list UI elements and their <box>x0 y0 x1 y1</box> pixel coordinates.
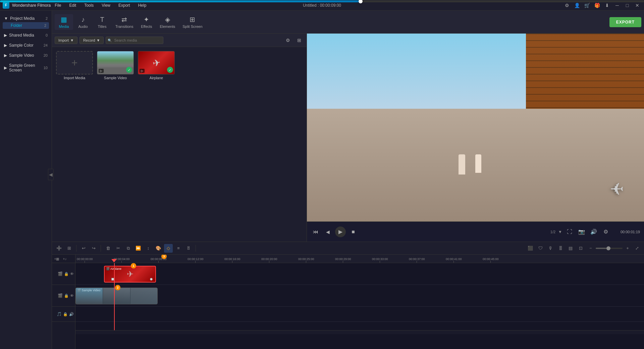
filter-button[interactable]: ⚙ <box>283 36 292 45</box>
tl-transform[interactable]: ↕ <box>144 244 153 253</box>
badge-1: 1 <box>131 263 136 268</box>
track2-eye[interactable]: 👁 <box>70 294 74 298</box>
export-button[interactable]: EXPORT <box>609 17 641 27</box>
airplane-clip-label: 🎬 Airplane <box>106 267 121 270</box>
track2-lock[interactable]: 🔒 <box>64 294 69 298</box>
menu-edit[interactable]: Edit <box>68 2 78 8</box>
preview-video: ✈ <box>307 34 644 221</box>
content-area: Import ▼ Record ▼ ⚙ ⊞ <box>52 34 644 242</box>
shared-media-header[interactable]: ▶ Shared Media 0 <box>3 32 49 39</box>
import-media-item[interactable]: + Import Media <box>56 51 93 80</box>
play-back-button[interactable]: ◀ <box>323 227 332 237</box>
tl-zoom-in[interactable]: + <box>623 244 632 253</box>
stop-button[interactable]: ■ <box>348 227 358 237</box>
snapshot-button[interactable]: 📷 <box>577 227 586 237</box>
search-input[interactable] <box>106 37 163 44</box>
tl-mic[interactable]: 🎙 <box>546 244 555 253</box>
grid-view-button[interactable]: ⊞ <box>294 36 304 45</box>
green-screen-header[interactable]: ▶ Sample Green Screen 10 <box>3 62 49 74</box>
settings-preview-button[interactable]: ⚙ <box>601 227 610 237</box>
video-badge: ▷ <box>99 69 104 73</box>
tab-elements[interactable]: ◈ Elements <box>156 14 178 30</box>
tab-split-screen[interactable]: ⊞ Split Screen <box>179 14 206 30</box>
tl-layout[interactable]: ▤ <box>566 244 575 253</box>
sidebar-section-project-media: ▼ Project Media 2 Folder 2 <box>0 13 52 30</box>
tl-render[interactable]: ⬛ <box>526 244 535 253</box>
airplane-item[interactable]: ✈ ✓ ▷ Airplane <box>138 51 175 80</box>
import-label: Import Media <box>64 76 85 80</box>
sidebar-collapse-handle[interactable]: ◀ <box>48 169 54 180</box>
tl-delete[interactable]: 🗑 <box>104 244 112 253</box>
dropdown-arrow[interactable]: ▼ <box>558 230 562 234</box>
tl-redo[interactable]: ↪ <box>89 244 98 253</box>
clip-airplane-icon: 🎬 <box>106 267 110 270</box>
import-thumbnail: + <box>56 51 93 74</box>
audio-lock[interactable]: 🔒 <box>63 312 68 316</box>
skip-back-button[interactable]: ⏮ <box>311 227 320 237</box>
sample-video-item[interactable]: ✓ ▷ Sample Video <box>97 51 134 80</box>
tl-copy[interactable]: ⧉ <box>124 244 132 253</box>
menu-view[interactable]: View <box>100 2 112 8</box>
tab-media[interactable]: ▦ Media <box>55 14 73 30</box>
tl-add-track[interactable]: ➕ <box>55 244 63 253</box>
sidebar-section-sample-color: ▶ Sample Color 24 <box>0 40 52 50</box>
tl-zoom-out[interactable]: − <box>586 244 595 253</box>
menu-export[interactable]: Export <box>117 2 131 8</box>
tl-audio-adj[interactable]: 🎚 <box>184 244 193 253</box>
menu-tools[interactable]: Tools <box>83 2 95 8</box>
chevron-right-icon4: ▶ <box>4 65 7 70</box>
sidebar-item-folder[interactable]: Folder 2 <box>3 22 49 29</box>
tl-group[interactable]: ⊞ <box>65 244 73 253</box>
zoom-slider[interactable] <box>596 248 623 249</box>
menu-help[interactable]: Help <box>137 2 148 8</box>
tl-fit-all[interactable]: ⤢ <box>633 244 641 253</box>
sidebar-nav: ▼ Project Media 2 Folder 2 ▶ Shared Medi… <box>0 11 52 78</box>
sidebar-section-sample-video: ▶ Sample Video 20 <box>0 50 52 60</box>
tab-audio[interactable]: ♪ Audio <box>74 14 92 30</box>
airplane-clip-icon: ✈ <box>127 269 133 279</box>
clip-airplane[interactable]: ✈ 🎬 Airplane <box>104 266 156 283</box>
menu-file[interactable]: File <box>53 2 62 8</box>
track-header-2: 🎬 🔒 👁 <box>52 285 75 307</box>
fullscreen-button[interactable]: ⛶ <box>565 227 574 237</box>
tl-keyframe[interactable]: ◇ <box>164 244 173 253</box>
project-media-header[interactable]: ▼ Project Media 2 <box>3 15 49 22</box>
add-video-track[interactable]: +▦ <box>53 255 60 262</box>
ruler-mark-5: 00:00:20:00 <box>261 257 277 263</box>
track-header-1: 🎬 🔒 👁 <box>52 263 75 285</box>
audio-eye[interactable]: 🔊 <box>69 312 74 316</box>
track2-icon: 🎬 <box>58 293 63 298</box>
app-name: Wondershare Filmora <box>12 3 51 8</box>
import-dropdown[interactable]: Import ▼ <box>55 37 77 44</box>
zoom-handle[interactable] <box>606 246 610 250</box>
track1-eye[interactable]: 👁 <box>70 272 74 276</box>
timeline-content: +▦ +♪ 🎬 🔒 👁 🎬 🔒 👁 🎵 <box>52 255 644 349</box>
tl-align[interactable]: ≡ <box>174 244 183 253</box>
app-logo: F <box>3 2 9 9</box>
tab-effects[interactable]: ✦ Effects <box>137 14 156 30</box>
tl-cut[interactable]: ✂ <box>114 244 122 253</box>
ruler-mark-8: 00:00:33:00 <box>372 257 388 263</box>
tl-shield[interactable]: 🛡 <box>536 244 545 253</box>
tab-titles[interactable]: T Titles <box>93 14 111 30</box>
tl-undo[interactable]: ↩ <box>79 244 88 253</box>
sample-color-header[interactable]: ▶ Sample Color 24 <box>3 42 49 49</box>
record-dropdown[interactable]: Record ▼ <box>79 37 104 44</box>
timeline-scrollbar[interactable] <box>75 330 644 334</box>
film-frame3 <box>130 288 157 304</box>
tl-speed[interactable]: ⏩ <box>134 244 143 253</box>
ruler-mark-7: 00:00:29:00 <box>335 257 351 263</box>
tl-color[interactable]: 🎨 <box>154 244 163 253</box>
media-panel: Import ▼ Record ▼ ⚙ ⊞ <box>52 34 307 242</box>
preview-panel: ✈ ⏮ ◀ ▶ ■ <box>307 34 644 242</box>
separator1 <box>76 245 76 252</box>
track1-lock[interactable]: 🔒 <box>64 272 69 276</box>
add-audio-track[interactable]: +♪ <box>61 255 68 262</box>
play-button[interactable]: ▶ <box>335 227 346 237</box>
tab-transitions[interactable]: ⇄ Transitions <box>112 14 137 30</box>
tl-crop[interactable]: ⊡ <box>576 244 585 253</box>
sample-video-header[interactable]: ▶ Sample Video 20 <box>3 52 49 59</box>
project-media-count: 2 <box>46 16 48 20</box>
tl-mix[interactable]: 🎛 <box>556 244 565 253</box>
volume-button[interactable]: 🔊 <box>589 227 598 237</box>
